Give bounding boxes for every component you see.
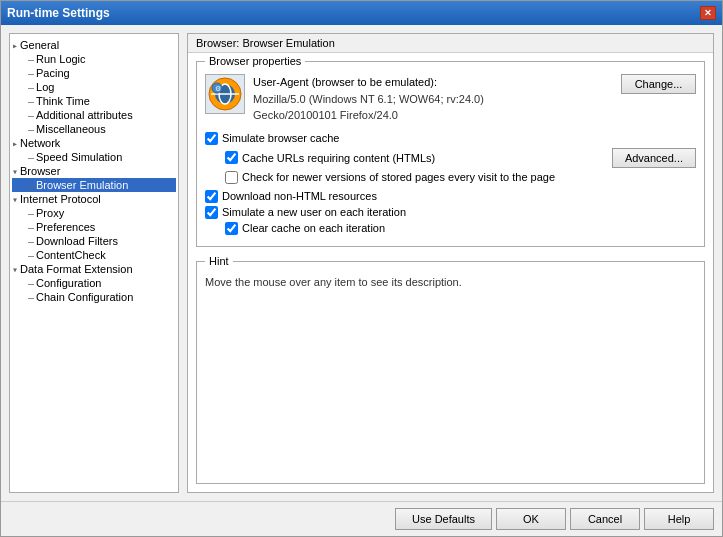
ua-value-line2: Gecko/20100101 Firefox/24.0 [253,107,613,124]
tree-dash-misc: – [28,124,34,135]
help-button[interactable]: Help [644,508,714,530]
hint-box: Hint Move the mouse over any item to see… [196,261,705,485]
tree-dash-additional: – [28,110,34,121]
checkbox-simulate-cache[interactable] [205,132,218,145]
checkbox-cache-urls-row: Cache URLs requiring content (HTMLs) Adv… [205,148,696,168]
tree-dash-proxy: – [28,208,34,219]
checkbox-cache-urls[interactable] [225,151,238,164]
checkbox-check-newer-label: Check for newer versions of stored pages… [242,171,555,183]
hint-box-title: Hint [205,255,233,267]
ok-button[interactable]: OK [496,508,566,530]
checkbox-simulate-new-user-label: Simulate a new user on each iteration [222,206,406,218]
main-window: Run-time Settings ✕ ▸ General – Run Logi… [0,0,723,537]
ua-value-line1: Mozilla/5.0 (Windows NT 6.1; WOW64; rv:2… [253,91,613,108]
ua-label: User-Agent (browser to be emulated): [253,74,613,91]
tree-icon-browser: ▾ [12,166,18,177]
sidebar-item-browser-emulation[interactable]: – Browser Emulation [12,178,176,192]
tree-dash-content-check: – [28,250,34,261]
hint-text: Move the mouse over any item to see its … [205,276,696,288]
tree-icon-data-format: ▾ [12,264,18,275]
sidebar-item-think-time[interactable]: – Think Time [12,94,176,108]
ua-section: ⚙ User-Agent (browser to be emulated): M… [205,74,696,124]
browser-icon: ⚙ [205,74,245,114]
sidebar-item-download-filters[interactable]: – Download Filters [12,234,176,248]
checkbox-download-non-html-label: Download non-HTML resources [222,190,377,202]
section-body: Browser properties ⚙ [188,53,713,492]
checkbox-simulate-new-user-row: Simulate a new user on each iteration [205,206,696,219]
tree-dash-browser-emulation: – [28,180,34,191]
sidebar-item-browser[interactable]: ▾ Browser [12,164,176,178]
checkbox-download-non-html[interactable] [205,190,218,203]
checkbox-clear-cache-row: Clear cache on each iteration [205,222,696,235]
svg-text:⚙: ⚙ [215,85,221,92]
title-bar: Run-time Settings ✕ [1,1,722,25]
sidebar-item-chain-configuration[interactable]: – Chain Configuration [12,290,176,304]
advanced-button[interactable]: Advanced... [612,148,696,168]
tree-dash-preferences: – [28,222,34,233]
browser-properties-box: Browser properties ⚙ [196,61,705,247]
tree-icon-internet-protocol: ▾ [12,194,18,205]
checkbox-clear-cache[interactable] [225,222,238,235]
right-panel: Browser: Browser Emulation Browser prope… [187,33,714,493]
checkbox-clear-cache-label: Clear cache on each iteration [242,222,385,234]
sidebar-item-preferences[interactable]: – Preferences [12,220,176,234]
section-title: Browser: Browser Emulation [196,37,335,49]
sidebar-item-configuration[interactable]: – Configuration [12,276,176,290]
tree-icon-general: ▸ [12,40,18,51]
cancel-button[interactable]: Cancel [570,508,640,530]
sidebar-item-pacing[interactable]: – Pacing [12,66,176,80]
tree-dash-configuration: – [28,278,34,289]
tree-dash-think-time: – [28,96,34,107]
sidebar-item-network[interactable]: ▸ Network [12,136,176,150]
checkbox-simulate-cache-label: Simulate browser cache [222,132,339,144]
tree-panel: ▸ General – Run Logic – Pacing – Log – T… [9,33,179,493]
ua-info: User-Agent (browser to be emulated): Moz… [253,74,613,124]
use-defaults-button[interactable]: Use Defaults [395,508,492,530]
sidebar-item-miscellaneous[interactable]: – Miscellaneous [12,122,176,136]
checkbox-download-non-html-row: Download non-HTML resources [205,190,696,203]
tree-icon-network: ▸ [12,138,18,149]
tree-dash-log: – [28,82,34,93]
title-bar-buttons: ✕ [700,6,716,20]
sidebar-item-log[interactable]: – Log [12,80,176,94]
sidebar-item-internet-protocol[interactable]: ▾ Internet Protocol [12,192,176,206]
tree-dash-speed: – [28,152,34,163]
browser-properties-title: Browser properties [205,55,305,67]
tree-dash-download-filters: – [28,236,34,247]
bottom-bar: Use Defaults OK Cancel Help [1,501,722,536]
sidebar-item-additional-attributes[interactable]: – Additional attributes [12,108,176,122]
checkbox-cache-urls-label: Cache URLs requiring content (HTMLs) [242,152,435,164]
sidebar-item-proxy[interactable]: – Proxy [12,206,176,220]
checkbox-check-newer-row: Check for newer versions of stored pages… [205,171,696,184]
tree-dash-pacing: – [28,68,34,79]
section-header: Browser: Browser Emulation [188,34,713,53]
sidebar-item-data-format-extension[interactable]: ▾ Data Format Extension [12,262,176,276]
tree-dash-run-logic: – [28,54,34,65]
window-title: Run-time Settings [7,6,110,20]
change-button[interactable]: Change... [621,74,696,94]
content-area: ▸ General – Run Logic – Pacing – Log – T… [1,25,722,501]
checkbox-simulate-cache-row: Simulate browser cache [205,132,696,145]
sidebar-item-general[interactable]: ▸ General [12,38,176,52]
tree-dash-chain-configuration: – [28,292,34,303]
main-content-panel: Browser: Browser Emulation Browser prope… [187,33,714,493]
sidebar-item-speed-simulation[interactable]: – Speed Simulation [12,150,176,164]
sidebar-item-content-check[interactable]: – ContentCheck [12,248,176,262]
close-button[interactable]: ✕ [700,6,716,20]
checkbox-check-newer[interactable] [225,171,238,184]
checkbox-simulate-new-user[interactable] [205,206,218,219]
sidebar-item-run-logic[interactable]: – Run Logic [12,52,176,66]
